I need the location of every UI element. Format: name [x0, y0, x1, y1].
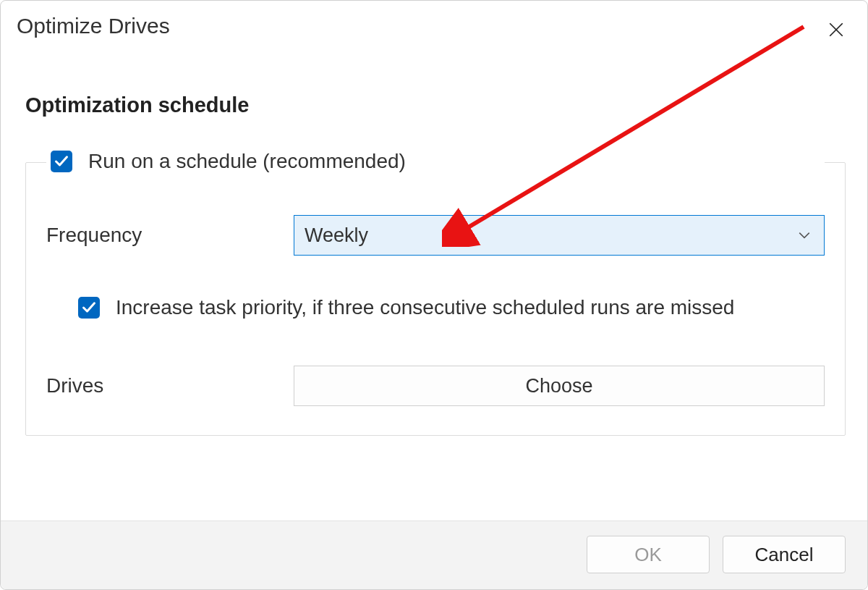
frequency-value: Weekly: [305, 224, 368, 247]
titlebar: Optimize Drives: [1, 1, 867, 43]
run-on-schedule-checkbox[interactable]: [51, 151, 72, 172]
ok-button[interactable]: OK: [587, 536, 710, 573]
checkmark-icon: [82, 300, 96, 315]
checkmark-icon: [54, 154, 69, 169]
chevron-down-icon: [798, 229, 811, 242]
frequency-dropdown[interactable]: Weekly: [294, 215, 825, 256]
increase-priority-label: Increase task priority, if three consecu…: [116, 296, 734, 319]
frequency-label: Frequency: [46, 224, 294, 247]
frequency-row: Frequency Weekly: [46, 215, 825, 256]
section-heading: Optimization schedule: [25, 93, 846, 117]
dialog-footer: OK Cancel: [1, 521, 867, 589]
dialog-content: Optimization schedule Run on a schedule …: [1, 43, 867, 521]
drives-row: Drives Choose: [46, 366, 825, 406]
cancel-button[interactable]: Cancel: [723, 536, 846, 573]
increase-priority-row: Increase task priority, if three consecu…: [78, 296, 825, 319]
increase-priority-checkbox[interactable]: [78, 297, 100, 319]
run-on-schedule-row: Run on a schedule (recommended): [46, 150, 825, 173]
schedule-fieldset: Run on a schedule (recommended) Frequenc…: [25, 162, 846, 436]
close-button[interactable]: [820, 17, 853, 43]
close-icon: [829, 22, 843, 37]
optimize-drives-dialog: Optimize Drives Optimization schedule Ru…: [0, 0, 868, 590]
choose-drives-button[interactable]: Choose: [294, 366, 825, 406]
window-title: Optimize Drives: [17, 14, 170, 38]
run-on-schedule-label: Run on a schedule (recommended): [88, 150, 406, 173]
drives-label: Drives: [46, 374, 294, 397]
